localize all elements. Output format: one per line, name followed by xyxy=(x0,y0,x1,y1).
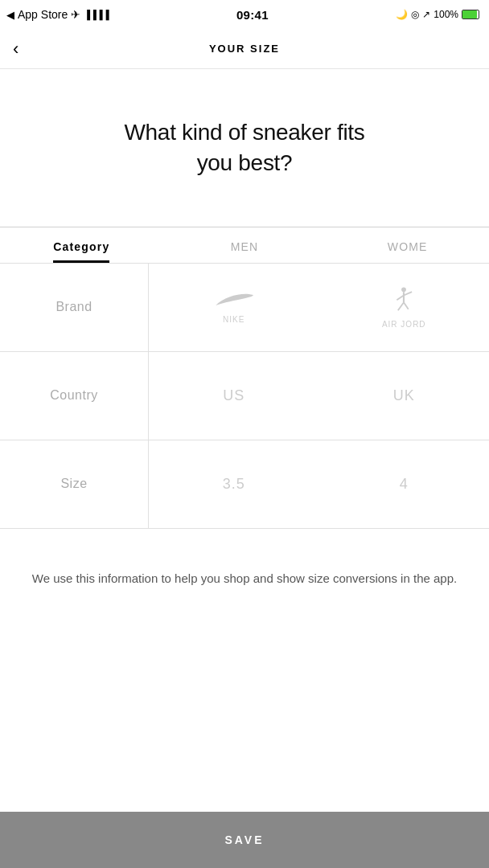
save-label: SAVE xyxy=(224,833,264,846)
country-scroll-area[interactable]: US UK xyxy=(149,352,489,440)
country-items: US UK xyxy=(149,352,489,440)
size-items: 3.5 4 xyxy=(149,440,489,528)
nike-label: NIKE xyxy=(223,315,244,324)
country-picker-row: Country US UK xyxy=(0,352,489,440)
status-bar: ◀ App Store ✈ ▐▐▐▐ 09:41 🌙 ◎ ↗ 100% xyxy=(0,0,489,29)
page-title: YOUR SIZE xyxy=(209,43,280,55)
info-text: We use this information to help you shop… xyxy=(24,569,465,588)
info-section: We use this information to help you shop… xyxy=(0,529,489,612)
jordan-jumpman-icon xyxy=(392,286,416,315)
svg-line-5 xyxy=(404,302,409,309)
svg-line-2 xyxy=(397,295,405,300)
size-picker-row: Size 3.5 4 xyxy=(0,440,489,529)
hero-title: What kind of sneaker fits you best? xyxy=(32,117,457,178)
nav-header: ‹ YOUR SIZE xyxy=(0,29,489,69)
status-left: ◀ App Store ✈ ▐▐▐▐ xyxy=(6,8,109,21)
airplane-icon: ✈ xyxy=(71,8,80,21)
brand-scroll-area[interactable]: NIKE AIR JO xyxy=(149,264,489,351)
brand-label: Brand xyxy=(55,300,92,314)
size-scroll-area[interactable]: 3.5 4 xyxy=(149,440,489,528)
tab-men[interactable]: MEN xyxy=(163,227,327,263)
nike-swoosh-icon xyxy=(215,291,253,310)
svg-line-4 xyxy=(398,302,404,310)
carrier-label: App Store xyxy=(18,8,68,21)
country-label: Country xyxy=(50,388,98,403)
status-right: 🌙 ◎ ↗ 100% xyxy=(396,9,479,20)
moon-icon: 🌙 xyxy=(396,9,408,20)
main-content: What kind of sneaker fits you best? Cate… xyxy=(0,69,489,669)
picker-section: Brand NIKE xyxy=(0,264,489,529)
back-button[interactable]: ‹ xyxy=(13,40,18,58)
tabs-container: Category MEN WOME xyxy=(0,227,489,263)
brand-items: NIKE AIR JO xyxy=(149,264,489,351)
country-item-uk[interactable]: UK xyxy=(319,387,490,404)
signal-icon: ▐▐▐▐ xyxy=(84,10,109,19)
brand-label-col: Brand xyxy=(0,264,149,351)
location-icon: ◎ xyxy=(411,9,419,20)
battery-label: 100% xyxy=(434,9,458,20)
svg-line-3 xyxy=(404,292,412,295)
tab-category[interactable]: Category xyxy=(0,227,163,263)
size-label-col: Size xyxy=(0,440,149,528)
battery-icon xyxy=(462,10,479,19)
chevron-left-icon: ‹ xyxy=(13,40,18,58)
brand-item-jordan[interactable]: AIR JORD xyxy=(319,276,490,338)
back-arrow-icon: ◀ xyxy=(6,9,14,21)
hero-section: What kind of sneaker fits you best? xyxy=(0,69,489,227)
save-bar[interactable]: SAVE xyxy=(0,812,489,868)
brand-picker-row: Brand NIKE xyxy=(0,264,489,352)
status-time: 09:41 xyxy=(236,8,269,22)
size-item-4[interactable]: 4 xyxy=(319,476,490,493)
country-label-col: Country xyxy=(0,352,149,440)
size-item-35[interactable]: 3.5 xyxy=(149,476,319,493)
tab-women[interactable]: WOME xyxy=(326,227,489,263)
brand-item-nike[interactable]: NIKE xyxy=(149,281,319,334)
jordan-label: AIR JORD xyxy=(382,320,426,329)
country-item-us[interactable]: US xyxy=(149,387,319,404)
size-label: Size xyxy=(60,477,87,491)
arrow-icon: ↗ xyxy=(422,9,430,20)
svg-point-0 xyxy=(401,287,406,292)
